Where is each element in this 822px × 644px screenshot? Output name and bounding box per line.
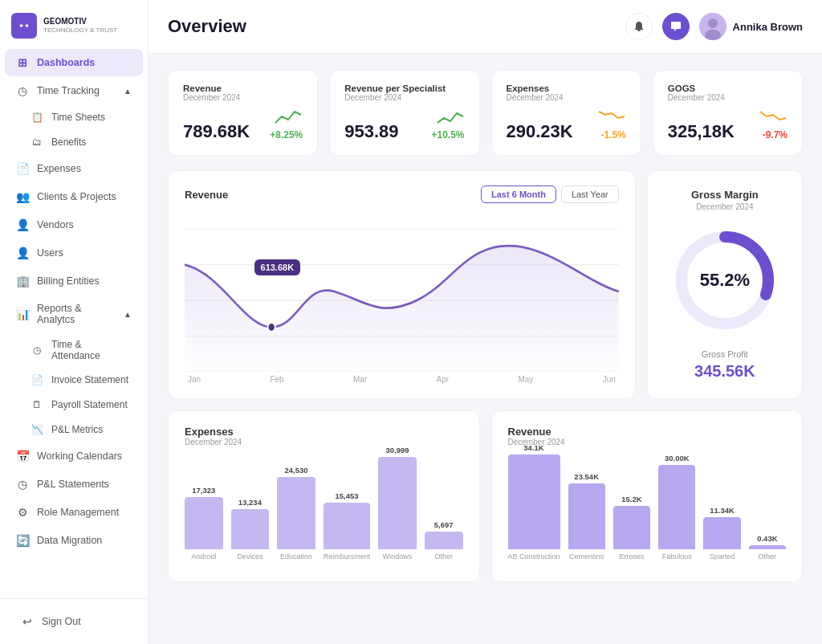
donut-chart: 55.2% (669, 224, 781, 336)
line-chart: 613.68K (185, 211, 619, 372)
clock-icon: ◷ (16, 84, 29, 97)
revenue-chart-panel: Revenue Last 6 Month Last Year 613.68K (168, 170, 636, 399)
logo: ✦✦ GEOMOTIV TECHNOLOGY & TRUST (0, 0, 148, 48)
sidebar-bottom: ↩ Sign Out (0, 598, 148, 644)
kpi-title-gogs: GOGS (668, 84, 787, 93)
bar (324, 503, 371, 549)
kpi-date-expenses: December 2024 (507, 93, 626, 102)
calendar-icon: 📅 (16, 450, 29, 463)
sidebar-item-time-tracking[interactable]: ◷ Time Tracking ▲ (5, 77, 143, 104)
gross-margin-panel: Gross Margin December 2024 55.2% Gross P… (647, 170, 803, 399)
sidebar-item-time-sheets[interactable]: 📋 Time Sheets (19, 105, 143, 129)
svg-point-1 (708, 18, 718, 28)
chart-buttons: Last 6 Month Last Year (481, 185, 619, 203)
bar (508, 454, 560, 549)
bar-value: 34.1K (523, 443, 543, 452)
kpi-change-rps: +10.5% (431, 128, 464, 142)
signout-icon: ↩ (21, 615, 34, 628)
content-area: Revenue December 2024 789.68K +8.25% Rev… (149, 54, 822, 644)
benefits-icon: 🗂 (31, 136, 43, 149)
kpi-grid: Revenue December 2024 789.68K +8.25% Rev… (168, 70, 803, 156)
kpi-title-rps: Revenue per Specialist (344, 84, 464, 93)
bar (749, 545, 786, 549)
header-right: Annika Brown (625, 13, 803, 40)
kpi-change-gogs: -9.7% (763, 128, 787, 142)
notification-button[interactable] (625, 13, 653, 40)
pl-statements-icon: ◷ (16, 478, 29, 491)
sidebar-item-benefits[interactable]: 🗂 Benefits (19, 130, 143, 154)
bar-value: 30,999 (386, 446, 409, 454)
header: Overview Annika (149, 0, 822, 54)
sign-out-button[interactable]: ↩ Sign Out (10, 608, 138, 635)
expenses-bar-date: December 2024 (185, 438, 463, 446)
expenses-bars: 17,323 Android 13,234 Devices 24,530 Edu… (185, 456, 463, 560)
sidebar-item-dashboards[interactable]: ⊞ Dashboards (5, 49, 143, 76)
chart-title: Revenue (185, 189, 228, 201)
logo-sub: TECHNOLOGY & TRUST (43, 26, 117, 35)
bar-group: 30.00K Fabulous (658, 454, 695, 560)
user-profile[interactable]: Annika Brown (699, 13, 803, 40)
bar-label: Erroses (619, 552, 644, 560)
btn-last-6-month[interactable]: Last 6 Month (481, 185, 556, 203)
expenses-bar-title: Expenses (185, 426, 463, 438)
sidebar-item-clients-projects[interactable]: 👥 Clients & Projects (5, 183, 143, 210)
sidebar-item-vendors[interactable]: 👤 Vendors (5, 211, 143, 238)
reports-sub: ◷ Time & Attendance 📄 Invoice Statement … (0, 333, 148, 442)
gross-margin-title: Gross Margin (691, 189, 759, 201)
bar-value: 5,697 (434, 520, 454, 529)
sidebar-item-billing-entities[interactable]: 🏢 Billing Entities (5, 267, 143, 295)
sidebar-item-pl-statements[interactable]: ◷ P&L Statements (5, 471, 143, 498)
kpi-value-rps: 953.89 (344, 121, 398, 142)
kpi-change-revenue: +8.25% (270, 128, 303, 142)
grid-icon: ⊞ (16, 56, 29, 69)
bar-group: 15,453 Reimbursment (324, 491, 371, 560)
expenses-bar-header: Expenses December 2024 (185, 426, 463, 446)
billing-icon: 🏢 (16, 275, 29, 287)
chat-button[interactable] (662, 13, 690, 40)
bar-group: 13,234 Devices (231, 498, 270, 560)
revenue-bar-title: Revenue (508, 426, 787, 438)
bar-label: Reimbursment (324, 552, 371, 560)
bar-label: Other (434, 552, 453, 560)
kpi-date-revenue: December 2024 (183, 93, 303, 102)
revenue-bar-panel: Revenue December 2024 34.1K AB Construct… (491, 410, 804, 582)
sidebar-item-working-calendars[interactable]: 📅 Working Calendars (5, 442, 143, 470)
bar-label: Education (280, 552, 312, 560)
bar-value: 11.34K (710, 506, 735, 515)
bottom-grid: Expenses December 2024 17,323 Android 13… (168, 410, 803, 582)
bar-label: AB Construction (508, 552, 560, 560)
expenses-bar-panel: Expenses December 2024 17,323 Android 13… (168, 410, 480, 582)
kpi-value-expenses: 290.23K (507, 121, 573, 142)
revenue-bars: 34.1K AB Construction 23.54K Cementino 1… (508, 456, 787, 560)
bar-label: Android (191, 552, 216, 560)
sidebar-item-invoice-statement[interactable]: 📄 Invoice Statement (19, 368, 143, 392)
time-tracking-sub: 📋 Time Sheets 🗂 Benefits (0, 105, 148, 154)
sidebar-item-reports-analytics[interactable]: 📊 Reports & Analytcs ▲ (5, 296, 143, 332)
bar-group: 11.34K Sparted (703, 506, 740, 560)
sidebar-item-time-attendance[interactable]: ◷ Time & Attendance (19, 333, 143, 367)
sidebar-item-data-migration[interactable]: 🔄 Data Migration (5, 527, 143, 554)
kpi-title-revenue: Revenue (183, 84, 303, 93)
migration-icon: 🔄 (16, 534, 29, 547)
sidebar-item-pl-metrics[interactable]: 📉 P&L Metrics (19, 418, 143, 442)
bar-label: Devices (237, 552, 262, 560)
bar-value: 15.2K (621, 495, 641, 503)
svg-point-8 (267, 323, 275, 332)
mid-grid: Revenue Last 6 Month Last Year 613.68K (168, 170, 803, 399)
btn-last-year[interactable]: Last Year (561, 185, 619, 203)
sidebar-item-users[interactable]: 👤 Users (5, 239, 143, 267)
kpi-card-expenses: Expenses December 2024 290.23K -1.5% (491, 70, 641, 156)
invoice-icon: 📄 (31, 373, 43, 386)
bar (378, 457, 417, 549)
bar-group: 15.2K Erroses (613, 495, 650, 560)
vendors-icon: 👤 (16, 218, 29, 231)
sidebar-item-role-management[interactable]: ⚙ Role Management (5, 499, 143, 526)
kpi-value-revenue: 789.68K (183, 121, 250, 142)
bar-label: Windows (383, 552, 413, 560)
payroll-icon: 🗒 (31, 398, 43, 411)
gross-profit-label: Gross Profit (702, 349, 748, 359)
clients-icon: 👥 (16, 190, 29, 203)
bar-value: 23.54K (574, 472, 599, 481)
sidebar-item-payroll-statement[interactable]: 🗒 Payroll Statement (19, 393, 143, 417)
sidebar-item-expenses[interactable]: 📄 Expenses (5, 155, 143, 182)
